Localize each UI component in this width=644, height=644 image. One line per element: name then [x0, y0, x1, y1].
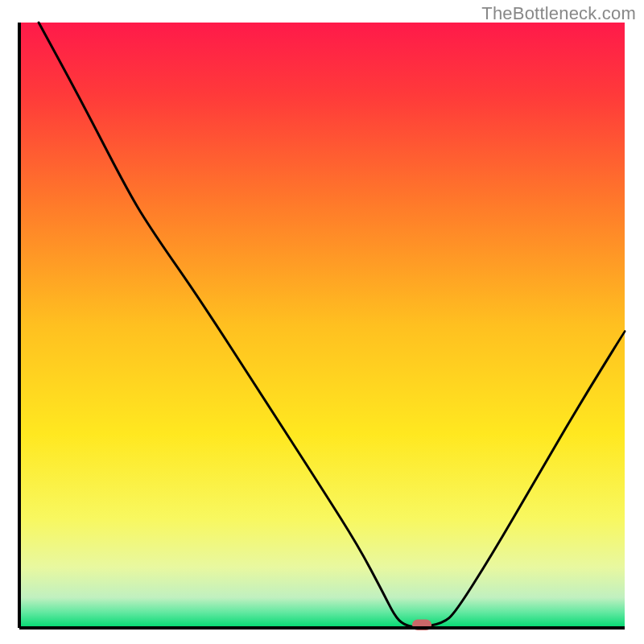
gradient-background — [19, 23, 625, 628]
attribution-label: TheBottleneck.com — [481, 3, 636, 24]
chart-container: TheBottleneck.com — [0, 0, 644, 644]
bottleneck-chart — [0, 0, 644, 644]
